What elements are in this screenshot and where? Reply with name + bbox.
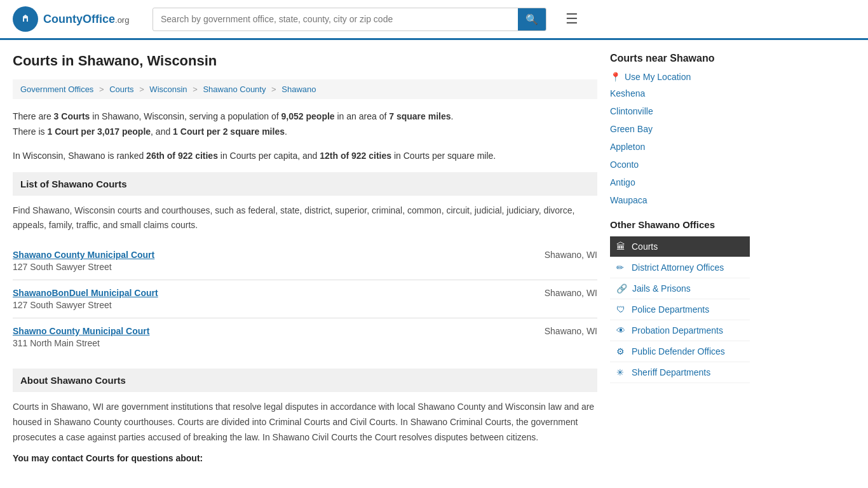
office-icon: 🏛 (616, 241, 627, 252)
court-details: ShawanoBonDuel Municipal Court 127 South… (13, 288, 158, 310)
stats-ranking: In Wisconsin, Shawano is ranked 26th of … (13, 149, 597, 164)
office-icon: ✏ (616, 262, 627, 273)
court-row: Shawno County Municipal Court 311 North … (13, 326, 597, 348)
office-item[interactable]: 👁Probation Departments (610, 320, 750, 341)
main-container: Courts in Shawano, Wisconsin Government … (0, 40, 868, 476)
office-label: Police Departments (632, 304, 709, 315)
logo-area: CountyOffice.org (13, 6, 140, 32)
nearby-city-link[interactable]: Appleton (610, 140, 750, 153)
breadcrumb-sep-4: > (271, 85, 276, 94)
office-label: Courts (632, 241, 658, 252)
stats-line1-mid2: in an area of (335, 111, 390, 121)
breadcrumb-link-government-offices[interactable]: Government Offices (20, 85, 93, 94)
stats-line1-pre: There are (13, 111, 54, 121)
nearby-section: Courts near Shawano 📍 Use My Location Ke… (610, 53, 750, 207)
offices-list: 🏛Courts✏District Attorney Offices🔗Jails … (610, 236, 750, 383)
breadcrumb-sep-2: > (139, 85, 144, 94)
menu-button[interactable]: ☰ (566, 11, 578, 27)
office-icon: 👁 (616, 325, 627, 336)
stats-line3-mid: in Courts per capita, and (218, 151, 320, 161)
stats-block: There are 3 Courts in Shawano, Wisconsin… (13, 109, 597, 140)
content-area: Courts in Shawano, Wisconsin Government … (13, 53, 597, 463)
nearby-cities-list: KeshenaClintonvilleGreen BayAppletonOcon… (610, 87, 750, 207)
office-label: Sheriff Departments (632, 367, 710, 377)
stats-line3-post: in Courts per square mile. (391, 151, 496, 161)
breadcrumb-link-shawano[interactable]: Shawano (281, 85, 316, 94)
about-section-header: About Shawano Courts (13, 369, 597, 392)
contact-title: You may contact Courts for questions abo… (13, 453, 597, 463)
nearby-city-link[interactable]: Antigo (610, 176, 750, 189)
stats-area: 7 square miles (389, 111, 451, 121)
stats-line1-post: . (451, 111, 454, 121)
office-label: District Attorney Offices (632, 262, 724, 273)
court-address: 127 South Sawyer Street (13, 262, 112, 272)
about-text: Courts in Shawano, WI are government ins… (13, 400, 597, 445)
office-item[interactable]: ✳Sheriff Departments (610, 362, 750, 383)
office-label: Probation Departments (632, 325, 723, 336)
nearby-city-link[interactable]: Clintonville (610, 105, 750, 118)
stats-line1-mid: in Shawano, Wisconsin, serving a populat… (90, 111, 281, 121)
court-details: Shawno County Municipal Court 311 North … (13, 326, 149, 348)
other-offices-title: Other Shawano Offices (610, 219, 750, 230)
list-description: Find Shawano, Wisconsin courts and court… (13, 203, 597, 232)
office-item[interactable]: ⚙Public Defender Offices (610, 341, 750, 362)
nearby-city-link[interactable]: Green Bay (610, 123, 750, 135)
breadcrumb: Government Offices > Courts > Wisconsin … (13, 79, 597, 99)
court-row: ShawanoBonDuel Municipal Court 127 South… (13, 288, 597, 310)
list-section-header: List of Shawano Courts (13, 172, 597, 196)
courts-list: Shawano County Municipal Court 127 South… (13, 242, 597, 356)
breadcrumb-sep-1: > (99, 85, 104, 94)
nearby-city-link[interactable]: Keshena (610, 87, 750, 100)
stats-line2-post: . (285, 126, 287, 137)
header: CountyOffice.org 🔍 ☰ (0, 0, 868, 40)
use-my-location-item[interactable]: 📍 Use My Location (610, 72, 750, 82)
logo-text: CountyOffice.org (43, 13, 129, 26)
court-address: 127 South Sawyer Street (13, 300, 112, 310)
court-item: ShawanoBonDuel Municipal Court 127 South… (13, 280, 597, 318)
stats-population: 9,052 people (281, 111, 335, 121)
office-icon: 🔗 (616, 283, 627, 294)
page-title: Courts in Shawano, Wisconsin (13, 53, 597, 69)
stats-line2-pre: There is (13, 126, 47, 137)
court-city: Shawano, WI (545, 326, 597, 336)
court-name-link[interactable]: ShawanoBonDuel Municipal Court (13, 288, 158, 298)
use-my-location-link[interactable]: Use My Location (625, 72, 691, 82)
stats-rank-capita: 26th of 922 cities (146, 151, 218, 161)
about-section: About Shawano Courts Courts in Shawano, … (13, 369, 597, 463)
court-item: Shawano County Municipal Court 127 South… (13, 242, 597, 280)
stats-count: 3 Courts (54, 111, 90, 121)
stats-per-area: 1 Court per 2 square miles (173, 126, 285, 137)
office-label: Public Defender Offices (632, 346, 725, 356)
breadcrumb-link-courts[interactable]: Courts (109, 85, 133, 94)
stats-line2-mid: , and (151, 126, 173, 137)
breadcrumb-link-shawano-county[interactable]: Shawano County (203, 85, 266, 94)
office-label: Jails & Prisons (632, 283, 691, 294)
location-pin-icon: 📍 (610, 72, 621, 82)
court-name-link[interactable]: Shawno County Municipal Court (13, 326, 149, 336)
office-item[interactable]: 🛡Police Departments (610, 299, 750, 320)
search-button[interactable]: 🔍 (518, 8, 546, 30)
sidebar: Courts near Shawano 📍 Use My Location Ke… (610, 53, 750, 463)
office-icon: ⚙ (616, 346, 627, 356)
search-input[interactable] (153, 9, 518, 29)
court-row: Shawano County Municipal Court 127 South… (13, 250, 597, 272)
office-item[interactable]: 🔗Jails & Prisons (610, 278, 750, 299)
stats-rank-area: 12th of 922 cities (320, 151, 391, 161)
svg-rect-1 (24, 18, 27, 22)
nearby-city-link[interactable]: Waupaca (610, 194, 750, 207)
breadcrumb-link-wisconsin[interactable]: Wisconsin (149, 85, 187, 94)
court-city: Shawano, WI (545, 288, 597, 298)
nearby-city-link[interactable]: Oconto (610, 158, 750, 171)
court-name-link[interactable]: Shawano County Municipal Court (13, 250, 154, 260)
other-offices-section: Other Shawano Offices 🏛Courts✏District A… (610, 219, 750, 383)
search-area: 🔍 (153, 8, 546, 31)
office-icon: ✳ (616, 367, 627, 377)
search-icon: 🔍 (526, 14, 538, 25)
office-item[interactable]: ✏District Attorney Offices (610, 257, 750, 278)
stats-per-capita: 1 Court per 3,017 people (47, 126, 151, 137)
office-item[interactable]: 🏛Courts (610, 236, 750, 257)
breadcrumb-sep-3: > (193, 85, 198, 94)
office-icon: 🛡 (616, 304, 627, 315)
court-address: 311 North Main Street (13, 338, 100, 348)
court-item: Shawno County Municipal Court 311 North … (13, 318, 597, 356)
